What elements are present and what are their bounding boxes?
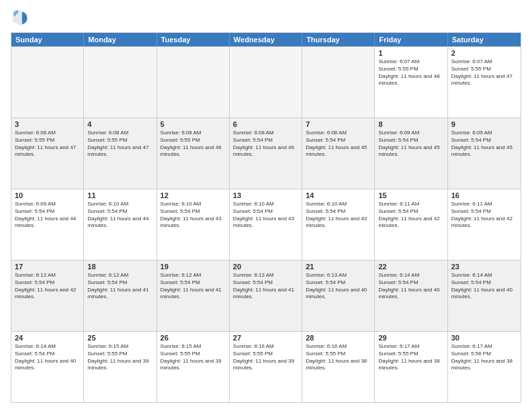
cell-details: Sunrise: 6:10 AM Sunset: 5:54 PM Dayligh… — [233, 201, 298, 230]
cell-details: Sunrise: 6:15 AM Sunset: 5:55 PM Dayligh… — [87, 343, 152, 372]
calendar-cell: 6Sunrise: 6:08 AM Sunset: 5:54 PM Daylig… — [230, 118, 302, 189]
cell-details: Sunrise: 6:07 AM Sunset: 5:55 PM Dayligh… — [378, 58, 443, 87]
cell-details: Sunrise: 6:10 AM Sunset: 5:54 PM Dayligh… — [161, 201, 226, 230]
day-number: 17 — [15, 263, 80, 271]
calendar-cell: 9Sunrise: 6:09 AM Sunset: 5:54 PM Daylig… — [448, 118, 521, 189]
calendar-cell: 26Sunrise: 6:15 AM Sunset: 5:55 PM Dayli… — [157, 332, 230, 402]
day-number: 18 — [87, 263, 152, 271]
day-number: 14 — [306, 191, 371, 199]
cell-details: Sunrise: 6:08 AM Sunset: 5:54 PM Dayligh… — [233, 130, 298, 158]
calendar-cell: 1Sunrise: 6:07 AM Sunset: 5:55 PM Daylig… — [375, 47, 447, 118]
calendar-cell: 16Sunrise: 6:11 AM Sunset: 5:54 PM Dayli… — [448, 189, 521, 260]
cell-details: Sunrise: 6:09 AM Sunset: 5:54 PM Dayligh… — [451, 130, 517, 158]
cell-details: Sunrise: 6:17 AM Sunset: 5:55 PM Dayligh… — [378, 343, 443, 372]
weekday-header: Monday — [84, 33, 157, 46]
calendar-row: 10Sunrise: 6:09 AM Sunset: 5:54 PM Dayli… — [11, 189, 521, 260]
weekday-header: Sunday — [11, 33, 84, 46]
cell-details: Sunrise: 6:12 AM Sunset: 5:54 PM Dayligh… — [15, 272, 80, 301]
cell-details: Sunrise: 6:15 AM Sunset: 5:55 PM Dayligh… — [161, 343, 226, 372]
cell-details: Sunrise: 6:08 AM Sunset: 5:55 PM Dayligh… — [15, 130, 80, 158]
day-number: 13 — [233, 191, 298, 199]
day-number: 19 — [161, 263, 226, 271]
calendar-cell: 5Sunrise: 6:08 AM Sunset: 5:55 PM Daylig… — [157, 118, 230, 189]
day-number: 22 — [378, 263, 443, 271]
calendar-cell: 14Sunrise: 6:10 AM Sunset: 5:54 PM Dayli… — [302, 189, 375, 260]
calendar-cell: 13Sunrise: 6:10 AM Sunset: 5:54 PM Dayli… — [230, 189, 302, 260]
weekday-header: Thursday — [302, 33, 375, 46]
day-number: 30 — [451, 334, 517, 342]
calendar-cell: 18Sunrise: 6:12 AM Sunset: 5:54 PM Dayli… — [84, 261, 157, 331]
calendar-cell: 4Sunrise: 6:08 AM Sunset: 5:55 PM Daylig… — [84, 118, 157, 189]
calendar-cell: 2Sunrise: 6:07 AM Sunset: 5:55 PM Daylig… — [448, 47, 521, 118]
calendar-cell — [302, 47, 375, 118]
calendar-cell: 12Sunrise: 6:10 AM Sunset: 5:54 PM Dayli… — [157, 189, 230, 260]
calendar-cell: 15Sunrise: 6:11 AM Sunset: 5:54 PM Dayli… — [375, 189, 447, 260]
calendar-row: 17Sunrise: 6:12 AM Sunset: 5:54 PM Dayli… — [11, 260, 521, 331]
day-number: 23 — [451, 263, 517, 271]
calendar-row: 3Sunrise: 6:08 AM Sunset: 5:55 PM Daylig… — [11, 118, 521, 189]
cell-details: Sunrise: 6:11 AM Sunset: 5:54 PM Dayligh… — [451, 201, 517, 230]
cell-details: Sunrise: 6:16 AM Sunset: 5:55 PM Dayligh… — [306, 343, 371, 372]
calendar-cell — [11, 47, 84, 118]
cell-details: Sunrise: 6:12 AM Sunset: 5:54 PM Dayligh… — [87, 272, 152, 301]
calendar-cell: 30Sunrise: 6:17 AM Sunset: 5:56 PM Dayli… — [448, 332, 521, 402]
cell-details: Sunrise: 6:08 AM Sunset: 5:55 PM Dayligh… — [161, 130, 226, 158]
calendar-cell: 27Sunrise: 6:16 AM Sunset: 5:55 PM Dayli… — [230, 332, 302, 402]
calendar-cell: 8Sunrise: 6:09 AM Sunset: 5:54 PM Daylig… — [375, 118, 447, 189]
cell-details: Sunrise: 6:10 AM Sunset: 5:54 PM Dayligh… — [306, 201, 371, 230]
page-header — [11, 8, 521, 27]
calendar-cell: 23Sunrise: 6:14 AM Sunset: 5:54 PM Dayli… — [448, 261, 521, 331]
day-number: 24 — [15, 334, 80, 342]
cell-details: Sunrise: 6:08 AM Sunset: 5:55 PM Dayligh… — [87, 130, 152, 158]
day-number: 25 — [87, 334, 152, 342]
calendar-cell: 29Sunrise: 6:17 AM Sunset: 5:55 PM Dayli… — [375, 332, 447, 402]
day-number: 1 — [378, 49, 443, 57]
cell-details: Sunrise: 6:10 AM Sunset: 5:54 PM Dayligh… — [87, 201, 152, 230]
cell-details: Sunrise: 6:11 AM Sunset: 5:54 PM Dayligh… — [378, 201, 443, 230]
calendar-cell — [230, 47, 302, 118]
calendar-cell — [84, 47, 157, 118]
cell-details: Sunrise: 6:13 AM Sunset: 5:54 PM Dayligh… — [306, 272, 371, 301]
cell-details: Sunrise: 6:16 AM Sunset: 5:55 PM Dayligh… — [233, 343, 298, 372]
day-number: 21 — [306, 263, 371, 271]
day-number: 9 — [451, 120, 517, 128]
cell-details: Sunrise: 6:12 AM Sunset: 5:54 PM Dayligh… — [161, 272, 226, 301]
calendar-cell: 17Sunrise: 6:12 AM Sunset: 5:54 PM Dayli… — [11, 261, 84, 331]
calendar-cell: 10Sunrise: 6:09 AM Sunset: 5:54 PM Dayli… — [11, 189, 84, 260]
day-number: 29 — [378, 334, 443, 342]
day-number: 8 — [378, 120, 443, 128]
weekday-header: Wednesday — [230, 33, 302, 46]
calendar-cell: 20Sunrise: 6:13 AM Sunset: 5:54 PM Dayli… — [230, 261, 302, 331]
day-number: 11 — [87, 191, 152, 199]
logo — [11, 8, 32, 27]
calendar-cell: 24Sunrise: 6:14 AM Sunset: 5:54 PM Dayli… — [11, 332, 84, 402]
cell-details: Sunrise: 6:09 AM Sunset: 5:54 PM Dayligh… — [378, 130, 443, 158]
day-number: 2 — [451, 49, 517, 57]
day-number: 4 — [87, 120, 152, 128]
calendar-cell: 28Sunrise: 6:16 AM Sunset: 5:55 PM Dayli… — [302, 332, 375, 402]
cell-details: Sunrise: 6:14 AM Sunset: 5:54 PM Dayligh… — [378, 272, 443, 301]
calendar-header: SundayMondayTuesdayWednesdayThursdayFrid… — [11, 33, 521, 46]
weekday-header: Friday — [375, 33, 447, 46]
weekday-header: Tuesday — [157, 33, 230, 46]
calendar-cell: 25Sunrise: 6:15 AM Sunset: 5:55 PM Dayli… — [84, 332, 157, 402]
calendar-cell: 22Sunrise: 6:14 AM Sunset: 5:54 PM Dayli… — [375, 261, 447, 331]
calendar-cell: 11Sunrise: 6:10 AM Sunset: 5:54 PM Dayli… — [84, 189, 157, 260]
cell-details: Sunrise: 6:07 AM Sunset: 5:55 PM Dayligh… — [451, 58, 517, 87]
day-number: 28 — [306, 334, 371, 342]
day-number: 3 — [15, 120, 80, 128]
cell-details: Sunrise: 6:09 AM Sunset: 5:54 PM Dayligh… — [15, 201, 80, 230]
calendar-row: 1Sunrise: 6:07 AM Sunset: 5:55 PM Daylig… — [11, 46, 521, 118]
calendar-cell: 19Sunrise: 6:12 AM Sunset: 5:54 PM Dayli… — [157, 261, 230, 331]
cell-details: Sunrise: 6:13 AM Sunset: 5:54 PM Dayligh… — [233, 272, 298, 301]
day-number: 20 — [233, 263, 298, 271]
day-number: 26 — [161, 334, 226, 342]
calendar: SundayMondayTuesdayWednesdayThursdayFrid… — [11, 32, 521, 403]
logo-icon — [11, 8, 30, 27]
day-number: 5 — [161, 120, 226, 128]
cell-details: Sunrise: 6:14 AM Sunset: 5:54 PM Dayligh… — [15, 343, 80, 372]
calendar-body: 1Sunrise: 6:07 AM Sunset: 5:55 PM Daylig… — [11, 46, 521, 402]
weekday-header: Saturday — [448, 33, 521, 46]
day-number: 6 — [233, 120, 298, 128]
calendar-cell: 21Sunrise: 6:13 AM Sunset: 5:54 PM Dayli… — [302, 261, 375, 331]
